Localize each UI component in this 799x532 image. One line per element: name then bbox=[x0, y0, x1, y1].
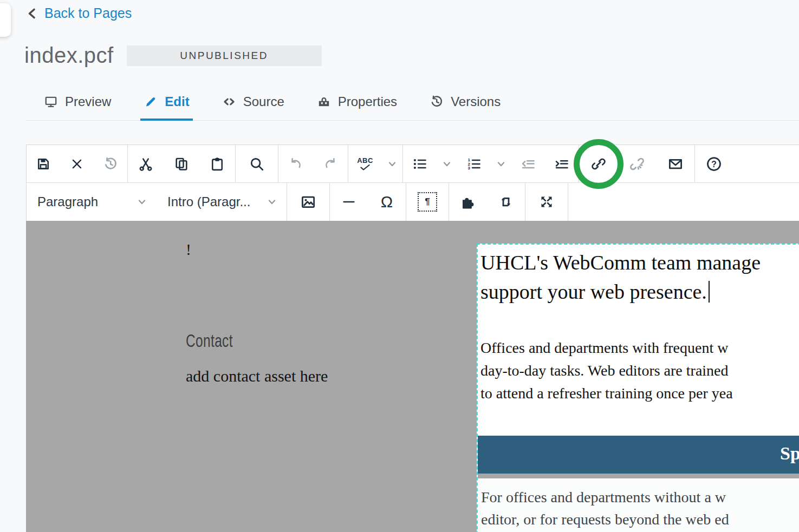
fullscreen-icon bbox=[538, 194, 555, 210]
insert-snippet-button[interactable] bbox=[449, 183, 487, 221]
insert-mailto-button[interactable] bbox=[656, 145, 694, 182]
body-line-1: Offices and departments with frequent w bbox=[480, 337, 799, 359]
toolbar-row-2: Paragraph Intro (Paragr... bbox=[27, 183, 799, 221]
outdent-button[interactable] bbox=[511, 145, 545, 182]
spellcheck-menu-button[interactable] bbox=[382, 145, 402, 182]
contact-heading: Contact bbox=[186, 330, 233, 351]
show-blocks-button[interactable]: ¶ bbox=[406, 183, 449, 221]
checkmark-icon bbox=[360, 165, 370, 170]
help-icon: ? bbox=[706, 156, 722, 172]
chevron-down-icon bbox=[137, 197, 147, 207]
search-icon bbox=[249, 156, 265, 172]
code-icon bbox=[222, 95, 236, 109]
chevron-left-icon bbox=[26, 7, 39, 20]
revert-button[interactable] bbox=[94, 145, 127, 182]
editor-toolbar: ABC bbox=[26, 145, 799, 221]
page-edit-canvas[interactable]: ! Contact add contact asset here UHCL's … bbox=[26, 221, 799, 532]
body-line-3: to attend a refresher training once per … bbox=[480, 382, 799, 405]
mail-icon bbox=[667, 156, 684, 172]
undo-button[interactable] bbox=[278, 145, 313, 182]
chevron-down-icon bbox=[267, 197, 277, 207]
intro-line-1: UHCL's WebComm team manage bbox=[480, 248, 799, 277]
editable-content-region[interactable]: UHCL's WebComm team manage support your … bbox=[477, 244, 799, 532]
intro-line-2: support your web presence. bbox=[480, 277, 799, 306]
indent-button[interactable] bbox=[545, 145, 579, 182]
rotate-box-icon bbox=[498, 194, 514, 210]
help-button[interactable]: ? bbox=[695, 145, 733, 182]
link-icon bbox=[590, 156, 607, 172]
image-icon bbox=[300, 194, 316, 210]
special-character-button[interactable]: Ω bbox=[368, 183, 406, 221]
tab-versions[interactable]: Versions bbox=[426, 93, 504, 121]
copy-button[interactable] bbox=[164, 145, 199, 182]
scissors-icon bbox=[138, 156, 153, 172]
tab-preview[interactable]: Preview bbox=[41, 93, 114, 121]
unlink-icon bbox=[629, 156, 645, 172]
pencil-icon bbox=[144, 95, 158, 109]
sub-line-2: editor, or for requests beyond the web e… bbox=[481, 508, 799, 530]
svg-text:?: ? bbox=[711, 159, 717, 168]
exclamation-text: ! bbox=[186, 240, 191, 259]
format-select[interactable]: Paragraph bbox=[27, 183, 157, 221]
tab-label: Versions bbox=[451, 94, 501, 109]
bullet-list-menu-button[interactable] bbox=[437, 145, 457, 182]
styles-select[interactable]: Intro (Paragr... bbox=[157, 183, 287, 221]
indent-icon bbox=[554, 156, 569, 172]
unlink-button[interactable] bbox=[618, 145, 656, 182]
table-body-paragraph[interactable]: For offices and departments without a w … bbox=[478, 478, 799, 532]
table-header-band: Sp bbox=[478, 436, 799, 474]
tab-properties[interactable]: Properties bbox=[314, 93, 400, 121]
cut-button[interactable] bbox=[128, 145, 164, 182]
close-icon bbox=[70, 157, 84, 171]
chevron-down-icon bbox=[496, 159, 506, 169]
copy-icon bbox=[174, 156, 189, 172]
page-title: index.pcf bbox=[24, 43, 114, 68]
insert-asset-button[interactable] bbox=[487, 183, 525, 221]
spellcheck-button[interactable]: ABC bbox=[348, 145, 382, 182]
monitor-icon bbox=[44, 95, 58, 109]
text-caret bbox=[709, 281, 710, 303]
paste-button[interactable] bbox=[199, 145, 235, 182]
redo-icon bbox=[323, 156, 338, 172]
toolbox-icon bbox=[317, 95, 331, 109]
puzzle-icon bbox=[460, 194, 476, 210]
drawer-handle[interactable] bbox=[0, 3, 11, 37]
outdent-icon bbox=[521, 156, 536, 172]
insert-image-button[interactable] bbox=[287, 183, 329, 221]
bullet-list-button[interactable] bbox=[403, 145, 437, 182]
intro-paragraph[interactable]: UHCL's WebComm team manage support your … bbox=[480, 248, 799, 306]
tab-label: Source bbox=[243, 94, 284, 109]
numbered-list-icon: 1 2 3 bbox=[466, 156, 482, 172]
redo-button[interactable] bbox=[313, 145, 348, 182]
format-select-value: Paragraph bbox=[37, 194, 98, 209]
title-row: index.pcf UNPUBLISHED bbox=[24, 43, 322, 68]
band-heading-fragment: Sp bbox=[780, 443, 799, 464]
status-badge: UNPUBLISHED bbox=[127, 45, 322, 66]
svg-text:3: 3 bbox=[468, 166, 471, 170]
insert-link-button[interactable] bbox=[579, 145, 618, 182]
horizontal-rule-button[interactable] bbox=[330, 183, 368, 221]
numbered-list-button[interactable]: 1 2 3 bbox=[457, 145, 491, 182]
body-line-2: day-to-day tasks. Web editors are traine… bbox=[480, 359, 799, 382]
band-gap bbox=[478, 474, 799, 478]
tab-source[interactable]: Source bbox=[219, 93, 288, 121]
find-replace-button[interactable] bbox=[236, 145, 278, 182]
sub-line-1: For offices and departments without a w bbox=[481, 486, 799, 508]
toolbar-row-1: ABC bbox=[27, 145, 799, 183]
back-to-pages-link[interactable]: Back to Pages bbox=[26, 5, 132, 21]
save-button[interactable] bbox=[27, 145, 60, 182]
revert-history-icon bbox=[103, 156, 118, 172]
chevron-down-icon bbox=[387, 159, 397, 169]
cancel-button[interactable] bbox=[60, 145, 94, 182]
tab-edit[interactable]: Edit bbox=[140, 93, 192, 121]
body-paragraph[interactable]: Offices and departments with frequent w … bbox=[480, 337, 799, 405]
spellcheck-abc-icon: ABC bbox=[357, 157, 373, 164]
horizontal-rule-icon bbox=[341, 194, 356, 209]
history-icon bbox=[430, 95, 444, 109]
view-tabs: Preview Edit Source Properties Versions bbox=[26, 93, 799, 121]
contact-placeholder-text: add contact asset here bbox=[186, 367, 328, 385]
fullscreen-button[interactable] bbox=[525, 183, 568, 221]
tab-label: Properties bbox=[338, 94, 397, 109]
numbered-list-menu-button[interactable] bbox=[491, 145, 511, 182]
save-icon bbox=[36, 156, 51, 172]
